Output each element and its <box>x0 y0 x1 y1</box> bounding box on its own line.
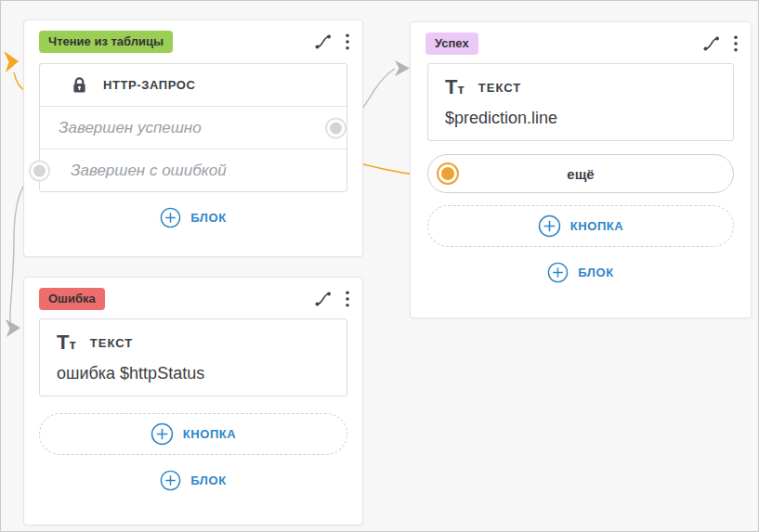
http-request-block[interactable]: HTTP-ЗАПРОС Завершен успешно Завершен с … <box>39 63 347 192</box>
plus-icon <box>150 422 174 446</box>
flow-canvas: Чтение из таблицы <box>0 0 759 532</box>
arrowhead-into-error <box>6 319 20 337</box>
add-block-button[interactable]: БЛОК <box>542 261 620 284</box>
text-block-type-label: ТЕКСТ <box>90 336 133 353</box>
text-block[interactable]: Tт ТЕКСТ ошибка $httpStatus <box>39 318 347 396</box>
outcome-error-label: Завершен с ошибкой <box>71 162 227 180</box>
more-button-label: ещё <box>567 166 594 182</box>
text-block[interactable]: Tт ТЕКСТ $prediction.line <box>427 63 734 141</box>
kebab-menu-icon[interactable] <box>734 35 738 52</box>
add-button-button[interactable]: КНОПКА <box>39 413 347 455</box>
http-block-title: HTTP-ЗАПРОС <box>103 78 196 92</box>
outcome-success-label: Завершен успешно <box>59 119 202 137</box>
text-icon: Tт <box>445 77 465 97</box>
plus-icon <box>160 207 181 228</box>
add-block-label: БЛОК <box>578 266 614 279</box>
card-header: Успех <box>411 22 751 63</box>
add-button-label: КНОПКА <box>570 219 624 233</box>
plus-icon <box>160 470 181 491</box>
arrowhead-into-success <box>395 60 410 76</box>
add-button-button[interactable]: КНОПКА <box>427 205 734 247</box>
text-icon: Tт <box>57 332 76 353</box>
card-header: Чтение из таблицы <box>24 20 362 61</box>
text-block-content[interactable]: $prediction.line <box>445 106 720 128</box>
kebab-menu-icon[interactable] <box>346 33 349 50</box>
arrowhead-into-read-table <box>4 51 19 72</box>
card-error[interactable]: Ошибка <box>23 277 363 526</box>
connections-icon[interactable] <box>314 291 333 307</box>
connection-port-error[interactable] <box>29 160 50 181</box>
connections-icon[interactable] <box>702 35 721 52</box>
card-header: Ошибка <box>24 278 362 318</box>
text-block-type-label: ТЕКСТ <box>478 81 521 97</box>
connections-icon[interactable] <box>314 33 333 50</box>
text-block-content[interactable]: ошибка $httpStatus <box>57 361 334 383</box>
add-block-button[interactable]: БЛОК <box>154 206 232 229</box>
more-button[interactable]: ещё <box>427 154 734 193</box>
card-success[interactable]: Успех <box>410 21 752 318</box>
card-title-badge[interactable]: Ошибка <box>39 288 105 310</box>
connection-port-more[interactable] <box>437 162 459 185</box>
add-block-label: БЛОК <box>190 211 227 225</box>
card-read-table[interactable]: Чтение из таблицы <box>23 19 363 257</box>
plus-icon <box>547 262 569 283</box>
card-title-badge[interactable]: Чтение из таблицы <box>39 31 173 53</box>
outcome-success-row[interactable]: Завершен успешно <box>40 107 347 149</box>
connection-port-success[interactable] <box>325 117 347 138</box>
plus-icon <box>538 214 561 238</box>
add-block-button[interactable]: БЛОК <box>154 469 232 492</box>
card-title-badge[interactable]: Успех <box>425 32 478 55</box>
http-request-title-row[interactable]: HTTP-ЗАПРОС <box>40 64 347 107</box>
add-button-label: КНОПКА <box>183 427 237 441</box>
outcome-error-row[interactable]: Завершен с ошибкой <box>40 149 347 191</box>
lock-icon <box>72 76 87 94</box>
kebab-menu-icon[interactable] <box>346 291 349 307</box>
add-block-label: БЛОК <box>190 474 227 487</box>
